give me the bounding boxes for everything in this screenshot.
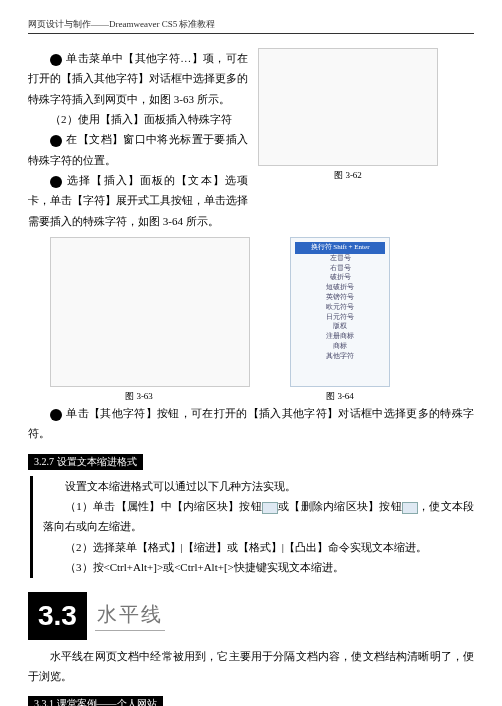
sec327-body: 设置文本缩进格式可以通过以下几种方法实现。 （1）单击【属性】中【内缩区块】按钮… <box>30 476 474 578</box>
para: 1在【文档】窗口中将光标置于要插入特殊字符的位置。 <box>28 129 248 170</box>
para: 2选择【插入】面板的【文本】选项卡，单击【字符】展开式工具按钮，单击选择需要插入… <box>28 170 248 231</box>
outdent-icon <box>402 502 418 514</box>
section-3-3-header: 3.3 水平线 <box>28 592 474 640</box>
bullet-icon: 2 <box>50 176 62 188</box>
menu-item: 右冒号 <box>295 264 385 274</box>
menu-item-hi: 换行符 Shift + Enter <box>295 242 385 254</box>
menu-item: 商标 <box>295 342 385 352</box>
text: 单击【其他字符】按钮，可在打开的【插入其他字符】对话框中选择更多的特殊字符。 <box>28 407 474 439</box>
bullet-icon: 3 <box>50 54 62 66</box>
figure-3-63 <box>50 237 250 387</box>
para: 3单击菜单中【其他字符…】项，可在打开的【插入其他字符】对话框中选择更多的特殊字… <box>28 48 248 109</box>
para: （2）使用【插入】面板插入特殊字符 <box>28 109 248 129</box>
hr-intro: 水平线在网页文档中经常被用到，它主要用于分隔文档内容，使文档结构清晰明了，便于浏… <box>28 646 474 687</box>
menu-item: 左冒号 <box>295 254 385 264</box>
caption-3-63: 图 3-63 <box>28 390 250 403</box>
sec327-item: （1）单击【属性】中【内缩区块】按钮或【删除内缩区块】按钮，使文本段落向右或向左… <box>43 496 474 537</box>
sec327-item: （3）按<Ctrl+Alt+]>或<Ctrl+Alt+[>快捷键实现文本缩进。 <box>43 557 474 577</box>
figures-row: 图 3-63 换行符 Shift + Enter 左冒号 右冒号 破折号 短破折… <box>28 237 474 403</box>
menu-item: 短破折号 <box>295 283 385 293</box>
sec327-intro: 设置文本缩进格式可以通过以下几种方法实现。 <box>43 476 474 496</box>
fig-wrap-363: 图 3-63 <box>28 237 250 403</box>
menu-item: 破折号 <box>295 273 385 283</box>
para-after-figs: 3单击【其他字符】按钮，可在打开的【插入其他字符】对话框中选择更多的特殊字符。 <box>28 403 474 444</box>
top-section: 3单击菜单中【其他字符…】项，可在打开的【插入其他字符】对话框中选择更多的特殊字… <box>28 48 474 231</box>
section-title: 水平线 <box>95 601 165 631</box>
text: 或【删除内缩区块】按钮 <box>278 500 402 512</box>
section-number: 3.3 <box>28 592 87 640</box>
menu-item: 英镑符号 <box>295 293 385 303</box>
menu-item: 欧元符号 <box>295 303 385 313</box>
bullet-icon: 1 <box>50 135 62 147</box>
figure-3-62 <box>258 48 438 166</box>
menu-item: 注册商标 <box>295 332 385 342</box>
caption-3-64: 图 3-64 <box>290 390 390 403</box>
menu-item: 版权 <box>295 322 385 332</box>
top-right-col: 图 3-62 <box>258 48 474 231</box>
fig-wrap-364: 换行符 Shift + Enter 左冒号 右冒号 破折号 短破折号 英镑符号 … <box>290 237 390 403</box>
section-3-2-7-title: 3.2.7 设置文本缩进格式 <box>28 454 143 470</box>
sec327-item: （2）选择菜单【格式】|【缩进】或【格式】|【凸出】命令实现文本缩进。 <box>43 537 474 557</box>
text: （2）使用【插入】面板插入特殊字符 <box>50 113 232 125</box>
figure-3-64: 换行符 Shift + Enter 左冒号 右冒号 破折号 短破折号 英镑符号 … <box>290 237 390 387</box>
top-left-col: 3单击菜单中【其他字符…】项，可在打开的【插入其他字符】对话框中选择更多的特殊字… <box>28 48 248 231</box>
section-3-3-1-title: 3.3.1 课堂案例——个人网站 <box>28 696 163 706</box>
bullet-icon: 3 <box>50 409 62 421</box>
menu-item: 其他字符 <box>295 352 385 362</box>
text: （1）单击【属性】中【内缩区块】按钮 <box>65 500 262 512</box>
indent-icon <box>262 502 278 514</box>
page-header: 网页设计与制作——Dreamweaver CS5 标准教程 <box>28 18 474 34</box>
page: 网页设计与制作——Dreamweaver CS5 标准教程 3单击菜单中【其他字… <box>0 0 502 706</box>
menu-item: 日元符号 <box>295 313 385 323</box>
caption-3-62: 图 3-62 <box>258 169 438 182</box>
